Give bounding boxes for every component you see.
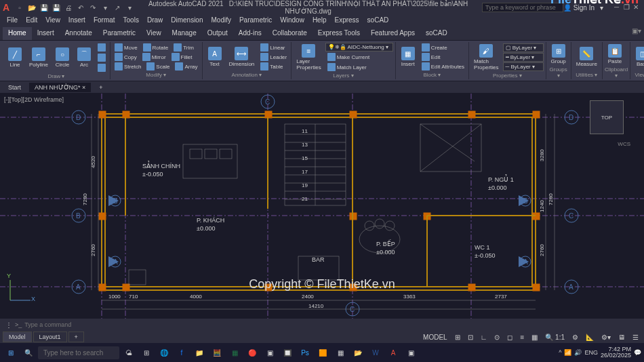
chrome-icon[interactable]: 🔴 [244, 344, 260, 361]
tab-layout1[interactable]: Layout1 [33, 331, 67, 342]
stretch-button[interactable]: Stretch [113, 62, 143, 71]
qat-save-icon[interactable]: 💾 [39, 3, 49, 12]
qat-open-icon[interactable]: 📂 [27, 3, 37, 12]
status-grid-icon[interactable]: ⊞ [452, 332, 463, 342]
status-model[interactable]: MODEL [420, 332, 450, 342]
edit-block-button[interactable]: Edit [420, 52, 466, 62]
insert-block-button[interactable]: ▦Insert [398, 45, 418, 68]
edit-attributes-button[interactable]: Edit Attributes [420, 62, 466, 71]
filetab-start[interactable]: Start [3, 83, 26, 92]
menu-dimension[interactable]: Dimension [167, 15, 207, 27]
command-line[interactable]: ⋮ >_ [0, 319, 644, 331]
notification-icon[interactable]: 💬 [634, 349, 641, 356]
text-button[interactable]: AText [205, 45, 225, 68]
menu-view[interactable]: View [41, 15, 64, 27]
menu-draw[interactable]: Draw [143, 15, 167, 27]
menu-file[interactable]: File [3, 15, 22, 27]
menu-insert[interactable]: Insert [64, 15, 89, 27]
tab-output[interactable]: Output [202, 27, 233, 40]
status-gear-icon[interactable]: ⚙ [569, 332, 581, 342]
status-scale-icon[interactable]: 🔍 1:1 [542, 332, 567, 342]
tab-view[interactable]: View [141, 27, 167, 40]
app2-icon[interactable]: ▣ [262, 344, 278, 361]
menu-help[interactable]: Help [308, 15, 331, 27]
linetype-dropdown[interactable]: ─ ByLayer ▾ [503, 62, 544, 71]
group-button[interactable]: ⊞Group [548, 43, 569, 66]
color-dropdown[interactable]: ▢ ByLayer ▾ [503, 43, 544, 52]
facebook-icon[interactable]: f [174, 344, 190, 361]
qat-new-icon[interactable]: ▫ [15, 3, 24, 12]
leader-button[interactable]: Leader [258, 52, 289, 62]
search-icon[interactable]: 🔍 [20, 344, 37, 361]
linear-button[interactable]: Linear [258, 43, 289, 52]
tray-sound-icon[interactable]: 🔊 [574, 349, 582, 356]
copy-button[interactable]: Copy [113, 52, 139, 62]
tab-express[interactable]: Express Tools [313, 27, 365, 40]
tab-parametric[interactable]: Parametric [98, 27, 141, 40]
status-osnap-icon[interactable]: ◻ [504, 332, 515, 342]
menu-parametric[interactable]: Parametric [235, 15, 276, 27]
explorer-icon[interactable]: 📁 [191, 344, 207, 361]
status-workspace-icon[interactable]: ⚙▾ [599, 332, 613, 342]
tray-chevron-icon[interactable]: ^ [559, 349, 561, 356]
circle-button[interactable]: ○Circle [52, 46, 73, 69]
qat-dropdown2-icon[interactable]: ▾ [125, 3, 134, 12]
tab-model[interactable]: Model [3, 331, 32, 342]
table-button[interactable]: Table [258, 62, 289, 71]
filetab-new[interactable]: + [94, 83, 108, 92]
qat-dropdown-icon[interactable]: ▾ [100, 3, 110, 12]
wcs-label[interactable]: WCS [618, 141, 630, 147]
fillet-button[interactable]: Fillet [169, 52, 195, 62]
menu-edit[interactable]: Edit [22, 15, 41, 27]
tab-annotate[interactable]: Annotate [60, 27, 98, 40]
app6-icon[interactable]: ▣ [403, 344, 419, 361]
status-ortho-icon[interactable]: ∟ [478, 332, 490, 342]
menu-socad[interactable]: soCAD [363, 15, 393, 27]
make-current-button[interactable]: Make Current [325, 52, 371, 62]
menu-tools[interactable]: Tools [119, 15, 143, 27]
menu-format[interactable]: Format [89, 15, 119, 27]
tray-wifi-icon[interactable]: 📶 [564, 349, 571, 356]
scale-button[interactable]: Scale [144, 62, 172, 71]
ribbon-options-icon[interactable]: ▣▾ [632, 27, 641, 40]
calc-icon[interactable]: 🧮 [209, 344, 225, 361]
draw-more3-icon[interactable] [96, 63, 108, 73]
folder2-icon[interactable]: 📂 [350, 344, 366, 361]
photoshop-icon[interactable]: Ps [297, 344, 313, 361]
qat-undo-icon[interactable]: ↶ [76, 3, 85, 12]
filetab-active[interactable]: ANH NHƯỜNG* × [29, 83, 91, 92]
tab-socad[interactable]: soCAD [420, 27, 453, 40]
draw-more1-icon[interactable] [96, 43, 108, 52]
drawing-canvas[interactable]: [-][Top][2D Wireframe] D B A D C A C C B… [0, 94, 644, 319]
edge-icon[interactable]: 🌐 [156, 344, 172, 361]
mirror-button[interactable]: Mirror [140, 52, 168, 62]
create-block-button[interactable]: Create [420, 43, 466, 52]
menu-modify[interactable]: Modify [207, 15, 235, 27]
command-input[interactable] [24, 321, 639, 328]
viewcube[interactable]: TOP [590, 100, 624, 134]
layer-properties-button[interactable]: ≡Layer Properties [294, 43, 323, 72]
tab-collaborate[interactable]: Collaborate [267, 27, 313, 40]
draw-more2-icon[interactable] [96, 53, 108, 62]
match-layer-button[interactable]: Match Layer [325, 62, 369, 72]
cmd-history-icon[interactable]: ⋮ [5, 321, 12, 329]
trim-button[interactable]: Trim [172, 43, 196, 52]
rotate-button[interactable]: Rotate [141, 43, 171, 52]
start-button[interactable]: ⊞ [3, 344, 19, 361]
match-properties-button[interactable]: 🖌Match Properties [471, 43, 501, 72]
qat-saveas-icon[interactable]: 💾 [52, 3, 61, 12]
tray-lang[interactable]: ENG [584, 349, 598, 356]
close-tab-icon[interactable]: × [82, 84, 85, 91]
app4-icon[interactable]: 🟧 [315, 344, 331, 361]
status-lwt-icon[interactable]: ≡ [517, 332, 527, 342]
arc-button[interactable]: ⌒Arc [74, 46, 94, 69]
status-polar-icon[interactable]: ⊙ [491, 332, 502, 342]
tab-home[interactable]: Home [3, 27, 32, 40]
status-snap-icon[interactable]: ⊡ [465, 332, 476, 342]
tab-manage[interactable]: Manage [167, 27, 202, 40]
qat-plot-icon[interactable]: 🖨 [64, 3, 73, 12]
excel-icon[interactable]: ▦ [226, 344, 243, 361]
autocad-taskbar-icon[interactable]: A [385, 344, 401, 361]
measure-button[interactable]: 📏Measure [573, 45, 600, 68]
move-button[interactable]: Move [113, 43, 140, 52]
